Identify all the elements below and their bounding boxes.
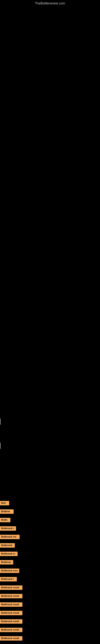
bottleneck-badge: Bottleneck r: [0, 577, 17, 581]
bottleneck-badge: Bottleneck result: [0, 602, 22, 606]
list-item[interactable]: Bottlene: [0, 508, 100, 516]
list-item[interactable]: Bottleneck resu: [0, 567, 100, 575]
list-item[interactable]: Bottle: [0, 516, 100, 524]
list-item[interactable]: Bottleneck result: [0, 584, 100, 592]
bottleneck-badge: Bottleneck r: [0, 526, 16, 530]
bottleneck-badge: Bottleneck result: [0, 619, 22, 624]
bottleneck-badge: Bottleneck re: [0, 552, 18, 556]
bottleneck-items-container: BottBottleneBottleBottleneck rBottleneck…: [0, 499, 100, 644]
bottleneck-badge: Bottleneck result: [0, 628, 22, 632]
cursor-line-2: [0, 443, 0, 449]
bottleneck-badge: Bottleneck res: [0, 535, 20, 539]
list-item[interactable]: Bottleneck r: [0, 575, 100, 583]
list-item[interactable]: Bottleneck result: [0, 618, 100, 626]
bottleneck-badge: Bottleneck result: [0, 594, 22, 598]
list-item[interactable]: Bottleneck: [0, 541, 100, 550]
list-item[interactable]: Bottleneck result: [0, 609, 100, 617]
bottleneck-badge: Bottleneck result: [0, 586, 22, 590]
list-item[interactable]: Bottleneck result: [0, 634, 100, 642]
list-item[interactable]: Bottleneck re: [0, 550, 100, 558]
bottleneck-badge: Bottleneck: [0, 543, 15, 548]
list-item[interactable]: Bottleneck result: [0, 643, 100, 644]
list-item[interactable]: Bottleneck result: [0, 592, 100, 600]
cursor-line-1: [0, 418, 0, 425]
site-title: TheBottlenecker.com: [0, 0, 100, 5]
bottleneck-badge: Bottleneck resu: [0, 568, 19, 573]
bottleneck-badge: Bott: [0, 501, 9, 505]
bottleneck-badge: Bottleneck result: [0, 611, 22, 615]
bottleneck-badge: Bottlene: [0, 509, 14, 514]
list-item[interactable]: Bottleneck r: [0, 524, 100, 532]
list-item[interactable]: Bottleneck result: [0, 626, 100, 634]
list-item[interactable]: Bottleneck result: [0, 600, 100, 608]
list-item[interactable]: Bott: [0, 499, 100, 507]
bottleneck-badge: Bottleneck result: [0, 636, 22, 640]
list-item[interactable]: Bottleneck res: [0, 533, 100, 541]
bottleneck-badge: Bottle: [0, 518, 10, 522]
bottleneck-badge: Bottlenec: [0, 560, 13, 564]
list-item[interactable]: Bottlenec: [0, 558, 100, 566]
